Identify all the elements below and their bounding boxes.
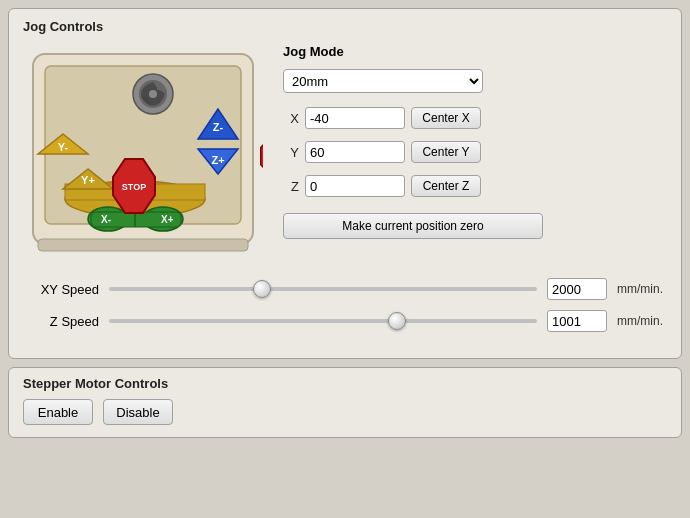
z-speed-row: Z Speed mm/min.	[27, 310, 663, 332]
printer-illustration: Y- Y+ X- X+	[23, 44, 263, 264]
disable-button[interactable]: Disable	[103, 399, 173, 425]
svg-text:Y+: Y+	[81, 174, 95, 186]
speed-section: XY Speed mm/min. Z Speed mm/min.	[23, 278, 667, 332]
svg-text:STOP: STOP	[122, 182, 146, 192]
svg-text:X-: X-	[101, 214, 111, 225]
svg-rect-27	[38, 239, 248, 251]
xy-speed-row: XY Speed mm/min.	[27, 278, 663, 300]
svg-point-4	[149, 90, 157, 98]
z-input[interactable]	[305, 175, 405, 197]
make-zero-button[interactable]: Make current position zero	[283, 213, 543, 239]
xy-speed-input[interactable]	[547, 278, 607, 300]
svg-text:Z+: Z+	[211, 154, 224, 166]
x-input[interactable]	[305, 107, 405, 129]
stepper-controls-panel: Stepper Motor Controls Enable Disable	[8, 367, 682, 438]
svg-text:X+: X+	[161, 214, 174, 225]
x-label: X	[283, 111, 299, 126]
svg-marker-24	[261, 134, 263, 178]
svg-text:Z-: Z-	[213, 121, 224, 133]
right-controls: Jog Mode 20mm 0.1mm 1mm 5mm 10mm 50mm 10…	[283, 44, 667, 239]
stepper-buttons: Enable Disable	[23, 399, 667, 425]
stepper-controls-title: Stepper Motor Controls	[23, 376, 667, 391]
jog-mode-label: Jog Mode	[283, 44, 667, 59]
z-speed-unit: mm/min.	[617, 314, 663, 328]
z-speed-slider[interactable]	[109, 319, 537, 323]
z-coord-row: Z Center Z	[283, 175, 667, 197]
jog-mode-select[interactable]: 20mm 0.1mm 1mm 5mm 10mm 50mm 100mm	[283, 69, 483, 93]
y-coord-row: Y Center Y	[283, 141, 667, 163]
z-speed-input[interactable]	[547, 310, 607, 332]
xy-speed-unit: mm/min.	[617, 282, 663, 296]
center-y-button[interactable]: Center Y	[411, 141, 481, 163]
xy-speed-label: XY Speed	[27, 282, 99, 297]
y-label: Y	[283, 145, 299, 160]
center-z-button[interactable]: Center Z	[411, 175, 481, 197]
z-label: Z	[283, 179, 299, 194]
x-coord-row: X Center X	[283, 107, 667, 129]
y-input[interactable]	[305, 141, 405, 163]
xy-speed-slider[interactable]	[109, 287, 537, 291]
jog-controls-content: Y- Y+ X- X+	[23, 44, 667, 264]
enable-button[interactable]: Enable	[23, 399, 93, 425]
jog-controls-panel: Jog Controls Y-	[8, 8, 682, 359]
svg-text:Y-: Y-	[58, 141, 69, 153]
center-x-button[interactable]: Center X	[411, 107, 481, 129]
z-speed-label: Z Speed	[27, 314, 99, 329]
jog-controls-title: Jog Controls	[23, 19, 667, 34]
